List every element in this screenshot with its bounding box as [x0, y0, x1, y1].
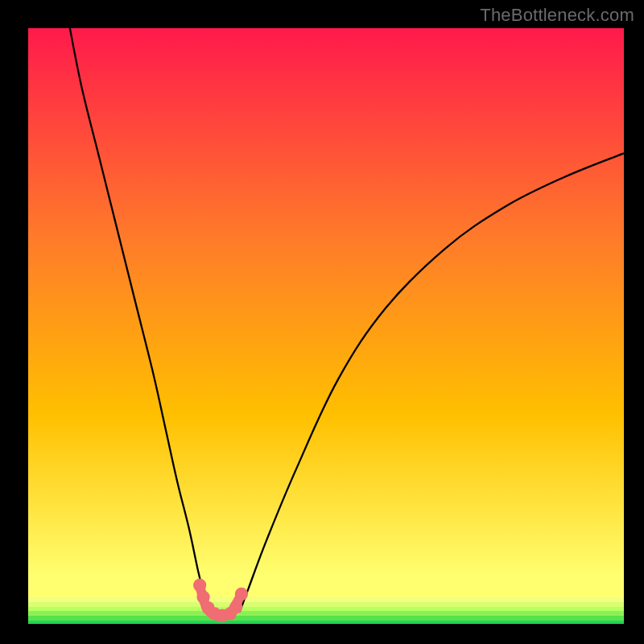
valley-marker-dot	[229, 601, 242, 613]
valley-marker-dot	[193, 579, 206, 592]
plot-area	[28, 28, 624, 624]
curve-left-branch	[70, 28, 208, 612]
watermark-text: TheBottleneck.com	[480, 5, 634, 26]
valley-markers	[193, 579, 248, 622]
chart-frame: TheBottleneck.com	[0, 0, 644, 644]
bottleneck-curve	[28, 28, 624, 624]
curve-right-branch	[240, 153, 624, 612]
valley-marker-dot	[235, 588, 248, 601]
